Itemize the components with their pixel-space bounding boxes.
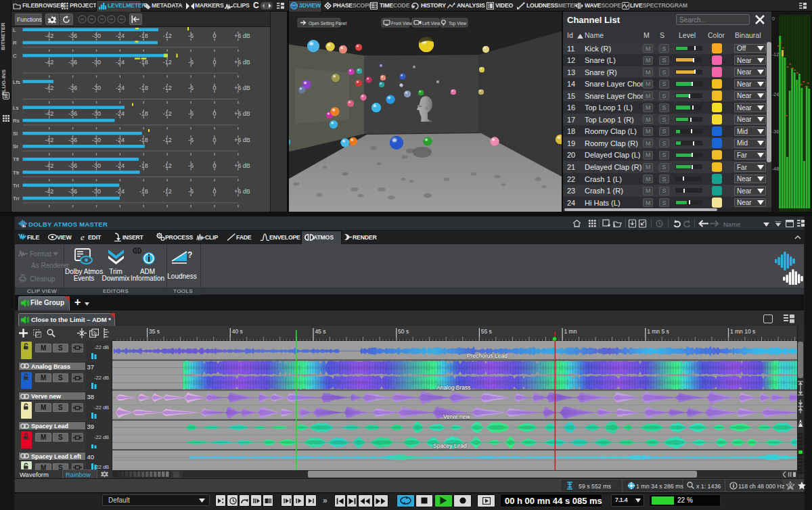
svg-text:-42: -42 bbox=[45, 85, 53, 91]
svg-text:Top View: Top View bbox=[449, 21, 467, 26]
svg-text:55 s: 55 s bbox=[481, 328, 492, 335]
svg-text:Analog Brass: Analog Brass bbox=[436, 384, 471, 391]
svg-text:-36: -36 bbox=[68, 162, 77, 169]
svg-text:-42: -42 bbox=[45, 137, 53, 143]
svg-text:-30: -30 bbox=[92, 59, 101, 66]
svg-text:-6: -6 bbox=[188, 137, 194, 143]
svg-text:-24: -24 bbox=[116, 32, 125, 39]
svg-text:+6 dB: +6 dB bbox=[234, 59, 250, 66]
svg-text:-42: -42 bbox=[45, 59, 53, 66]
svg-text:Front View: Front View bbox=[391, 21, 412, 26]
svg-text:-6: -6 bbox=[188, 188, 194, 195]
svg-text:-18: -18 bbox=[139, 85, 148, 91]
svg-text:+6 dB: +6 dB bbox=[234, 188, 250, 195]
svg-text:-24: -24 bbox=[116, 59, 125, 66]
svg-text:-12: -12 bbox=[163, 188, 172, 195]
svg-text:-12: -12 bbox=[163, 85, 172, 91]
svg-text:-18: -18 bbox=[139, 162, 148, 169]
svg-text:-30: -30 bbox=[92, 162, 101, 169]
svg-text:Ls: Ls bbox=[13, 105, 18, 111]
svg-text:-12: -12 bbox=[163, 162, 172, 169]
svg-text:+6 dB: +6 dB bbox=[234, 32, 250, 39]
svg-text:-24: -24 bbox=[116, 110, 125, 117]
svg-text:-18: -18 bbox=[139, 32, 148, 39]
svg-text:45 s: 45 s bbox=[315, 328, 325, 335]
svg-text:40 s: 40 s bbox=[232, 328, 243, 335]
svg-text:Trl: Trl bbox=[13, 183, 19, 189]
svg-text:-6: -6 bbox=[188, 59, 194, 66]
svg-text:Trr: Trr bbox=[13, 195, 20, 202]
svg-text:-36: -36 bbox=[68, 85, 77, 91]
svg-text:-24: -24 bbox=[116, 137, 125, 143]
svg-text:e: e bbox=[81, 233, 85, 241]
svg-text:-6: -6 bbox=[188, 162, 194, 169]
svg-text:0: 0 bbox=[212, 85, 216, 91]
svg-text:-12: -12 bbox=[163, 59, 172, 66]
svg-text:-30: -30 bbox=[92, 32, 101, 39]
svg-text:Tfl: Tfl bbox=[13, 156, 19, 162]
svg-text:-36: -36 bbox=[68, 59, 77, 66]
svg-text:Left View: Left View bbox=[422, 21, 441, 26]
svg-text:-24: -24 bbox=[116, 162, 125, 169]
svg-text:R: R bbox=[13, 40, 17, 46]
svg-text:-6: -6 bbox=[188, 32, 194, 39]
svg-text:Sl: Sl bbox=[13, 131, 18, 137]
svg-text:Lfs: Lfs bbox=[13, 79, 20, 85]
svg-text:+6 dB: +6 dB bbox=[234, 162, 250, 169]
svg-text:Sr: Sr bbox=[13, 143, 18, 149]
svg-text:-30: -30 bbox=[92, 85, 101, 91]
svg-text:-42: -42 bbox=[45, 188, 53, 195]
svg-text:-12: -12 bbox=[163, 32, 172, 39]
svg-text:-6: -6 bbox=[188, 110, 194, 117]
svg-text:+6 dB: +6 dB bbox=[234, 85, 250, 91]
svg-text:0: 0 bbox=[212, 32, 216, 39]
svg-text:?: ? bbox=[187, 250, 192, 260]
svg-text:35 s: 35 s bbox=[149, 328, 160, 335]
svg-text:Tfr: Tfr bbox=[13, 170, 20, 176]
svg-text:1 mn: 1 mn bbox=[564, 328, 577, 335]
svg-text:1 mn 5 s: 1 mn 5 s bbox=[647, 328, 669, 335]
svg-text:-24: -24 bbox=[116, 85, 125, 91]
svg-text:Verve new: Verve new bbox=[443, 413, 471, 420]
svg-text:-42: -42 bbox=[45, 32, 53, 39]
svg-text:-36: -36 bbox=[68, 110, 77, 117]
svg-text:-36: -36 bbox=[68, 32, 77, 39]
svg-text:Prechorus Lead: Prechorus Lead bbox=[467, 352, 508, 359]
svg-text:-42: -42 bbox=[45, 110, 53, 117]
svg-text:-12: -12 bbox=[163, 137, 172, 143]
svg-text:+6 dB: +6 dB bbox=[234, 110, 250, 117]
svg-text:-18: -18 bbox=[139, 188, 148, 195]
svg-text:-18: -18 bbox=[139, 137, 148, 143]
svg-text:-18: -18 bbox=[139, 59, 148, 66]
svg-text:1 mn 10 s: 1 mn 10 s bbox=[730, 328, 755, 335]
svg-text:L: L bbox=[13, 27, 16, 33]
svg-text:-30: -30 bbox=[92, 188, 101, 195]
svg-text:-42: -42 bbox=[45, 162, 53, 169]
svg-text:0: 0 bbox=[212, 137, 216, 143]
svg-text:0: 0 bbox=[212, 110, 216, 117]
svg-text:-6: -6 bbox=[188, 85, 194, 91]
svg-text:50 s: 50 s bbox=[398, 328, 409, 335]
svg-text:-30: -30 bbox=[92, 110, 101, 117]
svg-text:-12: -12 bbox=[163, 110, 172, 117]
svg-text:-36: -36 bbox=[68, 188, 77, 195]
svg-text:Open Setting Panel: Open Setting Panel bbox=[309, 21, 347, 26]
svg-text:+6 dB: +6 dB bbox=[234, 137, 250, 143]
svg-text:C: C bbox=[13, 53, 17, 59]
svg-text:-24: -24 bbox=[116, 188, 125, 195]
svg-text:Spacey Lead: Spacey Lead bbox=[433, 442, 467, 449]
svg-text:-18: -18 bbox=[139, 110, 148, 117]
svg-text:-30: -30 bbox=[92, 137, 101, 143]
svg-text:0: 0 bbox=[212, 59, 216, 66]
svg-text:Rs: Rs bbox=[13, 118, 20, 124]
svg-text:0: 0 bbox=[212, 188, 216, 195]
svg-text:0: 0 bbox=[212, 162, 216, 169]
svg-text:-36: -36 bbox=[68, 137, 77, 143]
